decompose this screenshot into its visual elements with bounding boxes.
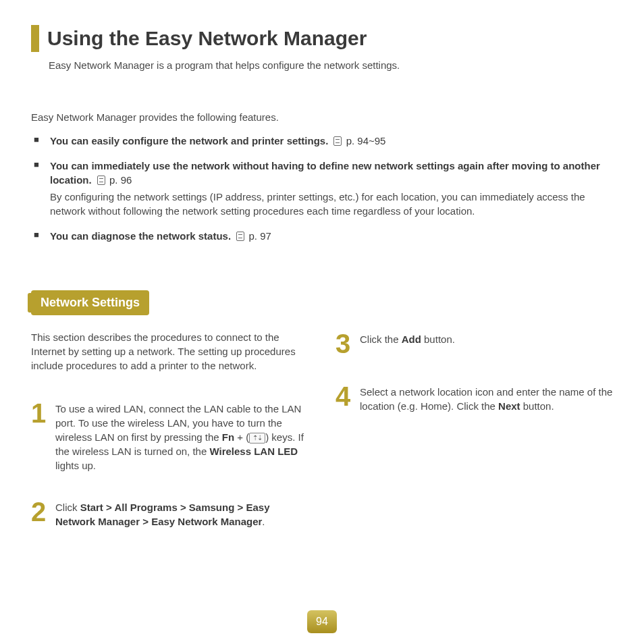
feature-item: You can easily configure the network and…	[31, 134, 613, 148]
feature-pageref: p. 94~95	[346, 135, 386, 146]
feature-pageref: p. 97	[248, 230, 271, 242]
feature-bold: You can easily configure the network and…	[50, 135, 328, 146]
step-bold: Start > All Programs > Samsung > Easy Ne…	[55, 502, 269, 527]
feature-pageref: p. 96	[109, 174, 132, 186]
step-bold: Next	[498, 400, 520, 412]
feature-bold: You can diagnose the network status.	[50, 230, 231, 242]
feature-item: You can diagnose the network status. p. …	[31, 229, 613, 243]
step-text: + (	[234, 431, 249, 443]
step-body: Click Start > All Programs > Samsung > E…	[55, 498, 308, 529]
document-page: Using the Easy Network Manager Easy Netw…	[0, 0, 644, 554]
step-text: button.	[520, 400, 554, 412]
page-title: Using the Easy Network Manager	[47, 24, 367, 53]
step-body: Click the Add button.	[360, 330, 455, 357]
step-text: Click the	[360, 333, 402, 345]
page-ref-icon	[97, 176, 105, 185]
title-accent-bar	[31, 25, 39, 52]
step-1: 1 To use a wired LAN, connect the LAN ca…	[31, 400, 308, 473]
column-right: 3 Click the Add button. 4 Select a netwo…	[336, 330, 613, 554]
step-text: button.	[421, 333, 455, 345]
feature-text: You can diagnose the network status. p. …	[50, 230, 271, 242]
page-number-badge: 94	[307, 610, 337, 633]
step-number: 1	[31, 400, 50, 473]
step-body: Select a network location icon and enter…	[360, 383, 613, 413]
section-intro: This section describes the procedures to…	[31, 330, 308, 373]
feature-text: You can immediately use the network with…	[50, 160, 600, 186]
step-bold: Wireless LAN LED	[209, 446, 298, 457]
page-ref-icon	[236, 232, 244, 241]
step-text: Click	[55, 502, 80, 513]
step-body: To use a wired LAN, connect the LAN cabl…	[55, 400, 308, 473]
step-number: 4	[336, 383, 354, 413]
feature-item: You can immediately use the network with…	[31, 159, 613, 218]
step-text: lights up.	[55, 460, 96, 471]
column-left: This section describes the procedures to…	[31, 330, 308, 554]
step-text: .	[262, 516, 265, 527]
page-subtitle: Easy Network Manager is a program that h…	[49, 58, 613, 72]
step-4: 4 Select a network location icon and ent…	[336, 383, 613, 413]
feature-text: You can easily configure the network and…	[50, 135, 385, 146]
step-2: 2 Click Start > All Programs > Samsung >…	[31, 498, 308, 529]
step-bold: Add	[402, 333, 421, 345]
steps-columns: This section describes the procedures to…	[31, 330, 613, 554]
section-heading-badge: Network Settings	[31, 290, 149, 315]
feature-description: By configuring the network settings (IP …	[50, 190, 613, 218]
step-number: 3	[336, 330, 354, 357]
step-3: 3 Click the Add button.	[336, 330, 613, 357]
step-number: 2	[31, 498, 50, 529]
features-list: You can easily configure the network and…	[31, 134, 613, 243]
features-intro: Easy Network Manager provides the follow…	[31, 110, 613, 124]
step-text: Select a network location icon and enter…	[360, 386, 612, 412]
page-ref-icon	[333, 136, 342, 146]
key-label: Fn	[222, 431, 234, 443]
wireless-key-icon: ⇡⇣	[249, 433, 265, 444]
page-title-row: Using the Easy Network Manager	[31, 24, 613, 53]
feature-bold: You can immediately use the network with…	[50, 160, 600, 186]
page-footer: 94	[307, 610, 337, 633]
